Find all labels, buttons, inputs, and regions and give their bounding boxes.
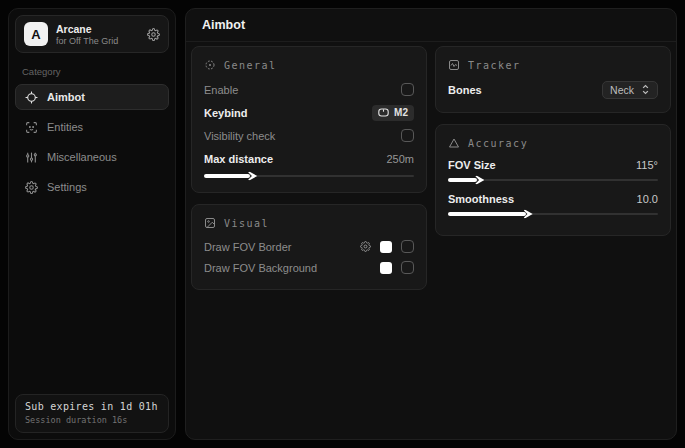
slider-fill bbox=[204, 174, 250, 178]
section-title: General bbox=[224, 60, 277, 71]
smoothness-label: Smoothness bbox=[448, 193, 514, 205]
fov-border-row: Draw FOV Border bbox=[204, 236, 414, 257]
mouse-icon bbox=[378, 108, 389, 117]
max-distance-row: Max distance 250m bbox=[204, 147, 414, 170]
smoothness-row: Smoothness 10.0 bbox=[448, 190, 658, 208]
slider-thumb[interactable] bbox=[524, 210, 533, 219]
general-section: General Enable Keybind bbox=[191, 46, 427, 193]
slider-fill bbox=[448, 212, 526, 216]
fov-background-label: Draw FOV Background bbox=[204, 262, 317, 274]
enable-checkbox[interactable] bbox=[401, 83, 414, 96]
fov-size-value: 115° bbox=[636, 159, 658, 171]
gear-icon bbox=[25, 181, 38, 194]
fov-border-color-swatch[interactable] bbox=[380, 241, 392, 253]
fov-background-row: Draw FOV Background bbox=[204, 257, 414, 278]
max-distance-label: Max distance bbox=[204, 153, 273, 165]
sidebar-item-label: Aimbot bbox=[47, 91, 85, 103]
image-icon bbox=[204, 217, 216, 229]
category-label: Category bbox=[22, 66, 163, 77]
sidebar-item-miscellaneous[interactable]: Miscellaneous bbox=[15, 144, 169, 170]
slider-thumb[interactable] bbox=[248, 172, 257, 181]
crosshair-icon bbox=[25, 91, 38, 104]
fov-border-label: Draw FOV Border bbox=[204, 241, 291, 253]
subscription-status-card: Sub expires in 1d 01h Session duration 1… bbox=[15, 394, 169, 433]
smoothness-slider[interactable] bbox=[448, 209, 658, 219]
fov-size-row: FOV Size 115° bbox=[448, 156, 658, 174]
fov-background-color-swatch[interactable] bbox=[380, 262, 392, 274]
sliders-icon bbox=[25, 151, 38, 164]
sidebar-item-label: Miscellaneous bbox=[47, 151, 117, 163]
slider-thumb[interactable] bbox=[475, 176, 484, 185]
bones-selected-value: Neck bbox=[610, 84, 634, 96]
fov-size-label: FOV Size bbox=[448, 159, 496, 171]
enable-row: Enable bbox=[204, 78, 414, 101]
chevron-up-down-icon bbox=[641, 84, 650, 95]
keybind-value: M2 bbox=[394, 107, 408, 118]
max-distance-slider[interactable] bbox=[204, 171, 414, 181]
fov-border-checkbox[interactable] bbox=[401, 240, 414, 253]
accuracy-section: Accuracy FOV Size 115° bbox=[435, 124, 671, 236]
sidebar-item-aimbot[interactable]: Aimbot bbox=[15, 84, 169, 110]
enable-label: Enable bbox=[204, 84, 238, 96]
logo-card: A Arcane for Off The Grid bbox=[15, 15, 169, 53]
entities-scan-icon bbox=[25, 121, 38, 134]
app-subtitle: for Off The Grid bbox=[56, 36, 118, 46]
bones-select[interactable]: Neck bbox=[602, 81, 658, 99]
page-title: Aimbot bbox=[202, 18, 245, 32]
tracker-section: Tracker Bones Neck bbox=[435, 46, 671, 113]
slider-fill bbox=[448, 178, 477, 182]
section-title: Tracker bbox=[468, 60, 521, 71]
sidebar-item-settings[interactable]: Settings bbox=[15, 174, 169, 200]
visual-section: Visual Draw FOV Border bbox=[191, 204, 427, 290]
section-title: Accuracy bbox=[468, 138, 528, 149]
crosshair-dashed-icon bbox=[204, 59, 216, 71]
sidebar-item-entities[interactable]: Entities bbox=[15, 114, 169, 140]
app-logo: A bbox=[24, 22, 48, 46]
fov-size-slider[interactable] bbox=[448, 175, 658, 185]
visibility-check-checkbox[interactable] bbox=[401, 129, 414, 142]
fov-background-checkbox[interactable] bbox=[401, 261, 414, 274]
app-name: Arcane bbox=[56, 23, 118, 35]
session-duration-text: Session duration 16s bbox=[25, 415, 159, 425]
gear-icon[interactable] bbox=[360, 241, 371, 252]
tracker-scan-icon bbox=[448, 59, 460, 71]
bones-row: Bones Neck bbox=[448, 78, 658, 101]
visibility-check-label: Visibility check bbox=[204, 130, 275, 142]
app-window: A Arcane for Off The Grid Category bbox=[0, 0, 685, 448]
sidebar-item-label: Settings bbox=[47, 181, 87, 193]
sidebar: A Arcane for Off The Grid Category bbox=[8, 8, 176, 440]
smoothness-value: 10.0 bbox=[637, 193, 658, 205]
main-header: Aimbot bbox=[186, 9, 676, 42]
triangle-icon bbox=[448, 137, 460, 149]
visibility-check-row: Visibility check bbox=[204, 124, 414, 147]
keybind-button[interactable]: M2 bbox=[372, 105, 414, 121]
sidebar-item-label: Entities bbox=[47, 121, 83, 133]
section-title: Visual bbox=[224, 218, 269, 229]
gear-icon[interactable] bbox=[147, 28, 160, 41]
max-distance-value: 250m bbox=[386, 153, 414, 165]
keybind-label: Keybind bbox=[204, 107, 247, 119]
sub-expires-text: Sub expires in 1d 01h bbox=[25, 401, 159, 412]
keybind-row: Keybind M2 bbox=[204, 101, 414, 124]
bones-label: Bones bbox=[448, 84, 482, 96]
main-panel: Aimbot General Enable bbox=[185, 8, 677, 440]
